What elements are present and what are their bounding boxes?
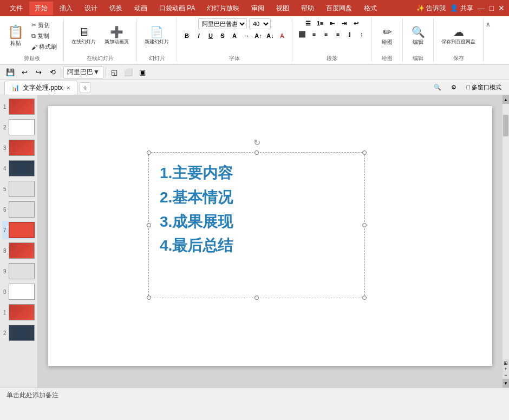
view-mode-button2[interactable]: ⬜ bbox=[122, 67, 134, 78]
save-to-cloud-button[interactable]: ☁ 保存到百度网盘 bbox=[438, 24, 479, 48]
notes-placeholder[interactable]: 单击此处添加备注 bbox=[6, 391, 58, 400]
indent-decrease-button[interactable]: ⇤ bbox=[327, 18, 337, 28]
slide-thumb-1[interactable]: 1 bbox=[2, 97, 35, 116]
share-button[interactable]: 👤 共享 bbox=[450, 4, 473, 13]
text-box-selected[interactable]: ↻ 1.主要内容 2.基本情况 3.成果展现 4.最后总结 bbox=[148, 152, 365, 298]
handle-middle-right[interactable] bbox=[362, 223, 367, 227]
text-direction-button[interactable]: ↕ bbox=[356, 29, 367, 39]
doc-tab-close[interactable]: ✕ bbox=[66, 85, 70, 91]
doc-tab-name: 文字处理.pptx bbox=[23, 83, 63, 93]
view-mode-button3[interactable]: ▣ bbox=[136, 67, 148, 78]
menu-baidudisk[interactable]: 百度网盘 bbox=[321, 2, 357, 15]
strikethrough-button[interactable]: S bbox=[217, 31, 228, 41]
slide-thumb-2[interactable]: 2 bbox=[2, 118, 35, 136]
handle-bottom-right[interactable] bbox=[362, 296, 367, 300]
edit-button[interactable]: 🔍 编辑 bbox=[407, 24, 429, 48]
menu-insert[interactable]: 插入 bbox=[54, 2, 78, 15]
rotate-handle[interactable]: ↻ bbox=[252, 137, 261, 146]
font-name-quick[interactable]: 阿里巴巴▼ bbox=[63, 66, 103, 78]
scroll-thumb[interactable] bbox=[503, 115, 508, 136]
font-size-decrease-button[interactable]: A↓ bbox=[265, 31, 276, 41]
slide-thumb-6[interactable]: 6 bbox=[2, 200, 35, 219]
menu-format[interactable]: 格式 bbox=[358, 2, 382, 15]
cut-button[interactable]: ✂ 剪切 bbox=[29, 20, 59, 30]
menu-review[interactable]: 审阅 bbox=[246, 2, 270, 15]
redo-button[interactable]: ↪ bbox=[32, 67, 44, 78]
view-mode-button1[interactable]: ◱ bbox=[108, 67, 120, 78]
slide-thumb-8[interactable]: 8 bbox=[2, 241, 35, 260]
numbered-list-button[interactable]: 1≡ bbox=[315, 18, 325, 28]
rtl-button[interactable]: ↩ bbox=[350, 18, 361, 28]
slide-thumb-9[interactable]: 9 bbox=[2, 262, 35, 280]
menu-design[interactable]: 设计 bbox=[79, 2, 103, 15]
paste-button[interactable]: 📋 粘贴 bbox=[4, 23, 27, 49]
settings-tab-button[interactable]: ⚙ bbox=[448, 83, 460, 92]
menu-slideshow[interactable]: 幻灯片放映 bbox=[201, 2, 245, 15]
menu-transition[interactable]: 切换 bbox=[104, 2, 128, 15]
copy-button[interactable]: ⧉ 复制 bbox=[29, 31, 59, 41]
list-button[interactable]: ☰ bbox=[303, 18, 314, 28]
handle-top-middle[interactable] bbox=[255, 150, 259, 155]
zoom-in-button[interactable]: + bbox=[504, 366, 507, 372]
menu-file[interactable]: 文件 bbox=[4, 2, 28, 15]
menu-pocketanim[interactable]: 口袋动画 PA bbox=[154, 2, 200, 15]
slide-canvas[interactable]: ↻ 1.主要内容 2.基本情况 3.成果展现 4.最后总结 bbox=[48, 106, 492, 366]
font-family-select[interactable]: 阿里巴巴普惠体 B bbox=[198, 18, 247, 29]
italic-button[interactable]: I bbox=[193, 31, 204, 41]
justify-button[interactable]: ≡ bbox=[332, 29, 343, 39]
font-spacing-button[interactable]: ↔ bbox=[241, 31, 252, 41]
text-shadow-button[interactable]: A bbox=[229, 31, 240, 41]
slide-thumb-3[interactable]: 3 bbox=[2, 139, 35, 157]
font-color-button[interactable]: A bbox=[277, 31, 288, 41]
font-size-select[interactable]: 40 bbox=[249, 18, 271, 29]
zoom-out-button[interactable]: − bbox=[504, 372, 507, 378]
format-painter-button[interactable]: 🖌 格式刷 bbox=[29, 42, 59, 52]
new-slide-button[interactable]: 📄 新建幻灯片 bbox=[141, 24, 172, 48]
minimize-button[interactable]: — bbox=[478, 4, 485, 12]
maximize-button[interactable]: □ bbox=[490, 4, 494, 12]
menu-view[interactable]: 视图 bbox=[271, 2, 295, 15]
handle-middle-left[interactable] bbox=[147, 223, 151, 227]
scroll-track[interactable] bbox=[503, 104, 509, 359]
doc-tab-pptx[interactable]: 📊 文字处理.pptx ✕ bbox=[4, 81, 77, 95]
save-quick-button[interactable]: 💾 bbox=[4, 67, 16, 78]
scroll-down-button[interactable]: ▼ bbox=[503, 379, 509, 388]
slide-thumb-10[interactable]: 0 bbox=[2, 283, 35, 301]
align-right-button[interactable]: ≡ bbox=[321, 29, 331, 39]
close-button[interactable]: ✕ bbox=[498, 4, 505, 12]
underline-button[interactable]: U bbox=[205, 31, 216, 41]
undo-button[interactable]: ↩ bbox=[18, 67, 30, 78]
add-animation-button[interactable]: ➕ 新加动画页 bbox=[101, 24, 132, 48]
menu-animation[interactable]: 动画 bbox=[129, 2, 153, 15]
scroll-up-button[interactable]: ▲ bbox=[503, 95, 509, 104]
online-slides-button[interactable]: 🖥 在线幻灯片 bbox=[68, 24, 99, 48]
draw-button[interactable]: ✏ 绘图 bbox=[376, 24, 398, 48]
handle-top-right[interactable] bbox=[362, 150, 367, 155]
slide-thumb-4[interactable]: 4 bbox=[2, 159, 35, 178]
slide-thumb-5[interactable]: 5 bbox=[2, 180, 35, 198]
multiwindow-button[interactable]: □ 多窗口模式 bbox=[463, 82, 505, 93]
handle-bottom-left[interactable] bbox=[147, 296, 151, 300]
indent-increase-button[interactable]: ⇥ bbox=[338, 18, 349, 28]
text-line-2: 2.基本情况 bbox=[160, 186, 354, 210]
bold-button[interactable]: B bbox=[181, 31, 192, 41]
handle-bottom-middle[interactable] bbox=[255, 296, 259, 300]
tell-me-button[interactable]: ✨ 告诉我 bbox=[416, 4, 446, 13]
collapse-ribbon-button[interactable]: ∧ bbox=[486, 21, 491, 28]
columns-button[interactable]: ⫿ bbox=[344, 29, 355, 39]
new-tab-button[interactable]: + bbox=[80, 82, 90, 93]
menu-help[interactable]: 帮助 bbox=[296, 2, 319, 15]
slide-thumb-12[interactable]: 2 bbox=[2, 324, 35, 342]
search-tab-button[interactable]: 🔍 bbox=[430, 83, 445, 92]
status-bar: 单击此处添加备注 bbox=[0, 388, 509, 403]
menu-home[interactable]: 开始 bbox=[29, 2, 53, 15]
vertical-scrollbar[interactable]: ▲ ⊞ + − ▼ bbox=[503, 95, 509, 388]
zoom-fit-button[interactable]: ⊞ bbox=[504, 360, 508, 366]
align-center-button[interactable]: ≡ bbox=[309, 29, 319, 39]
slide-thumb-11[interactable]: 1 bbox=[2, 303, 35, 321]
handle-top-left[interactable] bbox=[147, 150, 151, 155]
font-size-increase-button[interactable]: A↑ bbox=[253, 31, 264, 41]
refresh-button[interactable]: ⟲ bbox=[47, 67, 58, 78]
align-left-button[interactable]: ⬛ bbox=[297, 29, 308, 39]
slide-thumb-7[interactable]: 7 bbox=[2, 221, 35, 239]
